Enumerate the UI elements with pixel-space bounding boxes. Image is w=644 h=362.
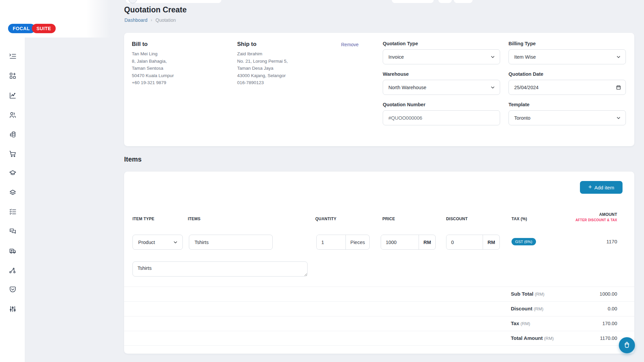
shopping-bag-icon bbox=[623, 341, 631, 350]
template-value: Toronto bbox=[514, 115, 530, 121]
brand-logo-suite: SUITE bbox=[32, 24, 56, 33]
bill-to-line: 8, Jalan Bahagia, bbox=[132, 58, 174, 65]
column-header-discount: DISCOUNT bbox=[446, 217, 468, 221]
chevron-down-icon bbox=[173, 240, 178, 246]
quotation-date-label: Quotation Date bbox=[508, 71, 626, 77]
apps-grid-icon[interactable] bbox=[9, 72, 17, 80]
warehouse-field: Warehouse North Warehouse bbox=[383, 71, 500, 95]
warehouse-label: Warehouse bbox=[383, 71, 500, 77]
bill-to-line: Taman Sentosa bbox=[132, 65, 174, 72]
checklist-icon[interactable] bbox=[9, 208, 17, 216]
chevron-down-icon bbox=[490, 85, 495, 91]
discount-group: RM bbox=[446, 235, 500, 250]
topbar-button-remnant[interactable] bbox=[392, 0, 434, 3]
subtotal-value: 1000.00 bbox=[600, 291, 617, 297]
warehouse-select[interactable]: North Warehouse bbox=[383, 80, 500, 95]
calendar-icon[interactable] bbox=[616, 85, 621, 91]
logo-panel: FOCAL SUITE bbox=[0, 0, 111, 38]
settings-sliders-icon[interactable] bbox=[9, 305, 17, 313]
quantity-input[interactable] bbox=[317, 235, 345, 249]
tax-total-row: Tax(RM) 170.00 bbox=[124, 316, 634, 331]
quantity-group: Pieces bbox=[316, 235, 370, 250]
quotation-type-select[interactable]: Invoice bbox=[383, 49, 500, 64]
ship-to-line: No. 21, Lorong Permai 5, bbox=[237, 58, 288, 65]
brand-logo-focal: FOCAL bbox=[8, 24, 35, 33]
education-cap-icon[interactable] bbox=[9, 169, 17, 177]
add-item-button[interactable]: + Add item bbox=[580, 181, 623, 194]
cart-fab-button[interactable] bbox=[619, 337, 635, 353]
price-group: RM bbox=[381, 235, 436, 250]
column-header-tax: TAX (%) bbox=[512, 217, 527, 221]
row-amount-value: 1170 bbox=[606, 239, 617, 244]
discount-input[interactable] bbox=[446, 235, 483, 249]
ship-to-heading: Ship to bbox=[237, 41, 257, 48]
quotation-date-field: Quotation Date 25/04/2024 bbox=[508, 71, 626, 95]
amount-header-main: AMOUNT bbox=[576, 212, 617, 217]
billing-type-select[interactable]: Item Wise bbox=[508, 49, 626, 64]
items-section-heading: Items bbox=[124, 156, 142, 163]
column-header-price: PRICE bbox=[382, 217, 395, 221]
template-select[interactable]: Toronto bbox=[508, 110, 626, 125]
delivery-truck-icon[interactable] bbox=[9, 247, 17, 255]
items-card: + Add item ITEM TYPE ITEMS QUANTITY PRIC… bbox=[124, 172, 634, 354]
page-title: Quotation Create bbox=[124, 5, 187, 14]
discount-total-value: 0.00 bbox=[608, 306, 617, 311]
finance-coins-icon[interactable] bbox=[9, 130, 17, 138]
breadcrumb-current: Quotation bbox=[156, 17, 176, 23]
pocket-icon[interactable] bbox=[9, 286, 17, 294]
quotation-number-label: Quotation Number bbox=[383, 102, 500, 107]
plus-icon: + bbox=[588, 183, 592, 191]
quantity-unit-addon: Pieces bbox=[345, 235, 369, 249]
chevron-down-icon bbox=[616, 54, 621, 61]
users-icon[interactable] bbox=[9, 111, 17, 119]
subtotal-row: Sub Total(RM) 1000.00 bbox=[124, 287, 634, 301]
billing-type-label: Billing Type bbox=[508, 41, 626, 46]
warehouse-value: North Warehouse bbox=[388, 85, 426, 90]
total-amount-unit: (RM) bbox=[544, 336, 554, 341]
menu-list-icon[interactable] bbox=[9, 52, 17, 60]
price-currency-addon: RM bbox=[419, 235, 435, 249]
quotation-type-field: Quotation Type Invoice bbox=[383, 41, 500, 64]
quotation-type-value: Invoice bbox=[388, 54, 404, 60]
quotation-date-value: 25/04/2024 bbox=[514, 85, 539, 90]
tax-total-label: Tax(RM) bbox=[511, 320, 530, 326]
sidebar bbox=[0, 0, 25, 362]
ship-to-line: Taman Desa Jaya bbox=[237, 65, 288, 72]
item-type-select[interactable]: Product bbox=[132, 235, 183, 250]
quotation-type-label: Quotation Type bbox=[383, 41, 500, 46]
brand-logo[interactable]: FOCAL SUITE bbox=[8, 24, 56, 33]
discount-total-row: Discount(RM) 0.00 bbox=[124, 301, 634, 316]
breadcrumb-dashboard-link[interactable]: Dashboard bbox=[124, 17, 148, 23]
messages-icon[interactable] bbox=[9, 227, 17, 235]
total-amount-label: Total Amount(RM) bbox=[511, 335, 554, 341]
quotation-date-input[interactable]: 25/04/2024 bbox=[508, 80, 626, 95]
item-name-field bbox=[189, 235, 273, 250]
amount-header-subtitle: AFTER DISCOUNT & TAX bbox=[576, 218, 617, 222]
ship-to-name: Zaid Ibrahim bbox=[237, 50, 288, 58]
chevron-down-icon bbox=[616, 115, 621, 122]
shopping-cart-icon[interactable] bbox=[9, 150, 17, 158]
ship-to-line: 43000 Kajang, Selangor bbox=[237, 72, 288, 79]
tax-total-value: 170.00 bbox=[602, 321, 617, 326]
totals-section: Sub Total(RM) 1000.00 Discount(RM) 0.00 … bbox=[124, 287, 634, 346]
bill-to-address: Tan Mei Ling 8, Jalan Bahagia, Taman Sen… bbox=[132, 50, 174, 86]
analytics-chart-icon[interactable] bbox=[9, 92, 17, 100]
topbar-button-remnant[interactable] bbox=[454, 0, 473, 3]
tax-badge[interactable]: GST (6%) bbox=[512, 238, 536, 245]
layers-icon[interactable] bbox=[9, 188, 17, 196]
column-header-quantity: QUANTITY bbox=[315, 217, 336, 221]
item-name-input[interactable] bbox=[189, 235, 273, 250]
chevron-down-icon bbox=[490, 54, 495, 61]
column-header-items: ITEMS bbox=[188, 217, 201, 221]
discount-currency-addon: RM bbox=[483, 235, 499, 249]
remove-address-link[interactable]: Remove bbox=[341, 42, 359, 47]
total-amount-row: Total Amount(RM) 1170.00 bbox=[124, 331, 634, 346]
bill-to-heading: Bill to bbox=[132, 41, 148, 48]
topbar-button-remnant[interactable] bbox=[438, 0, 452, 3]
network-nodes-icon[interactable] bbox=[9, 266, 17, 275]
quotation-number-input[interactable] bbox=[383, 110, 500, 125]
subtotal-label: Sub Total(RM) bbox=[511, 291, 544, 297]
item-description-textarea[interactable]: Tshirts bbox=[132, 261, 308, 277]
price-input[interactable] bbox=[381, 235, 419, 249]
topbar-search-remnant[interactable] bbox=[126, 0, 221, 3]
